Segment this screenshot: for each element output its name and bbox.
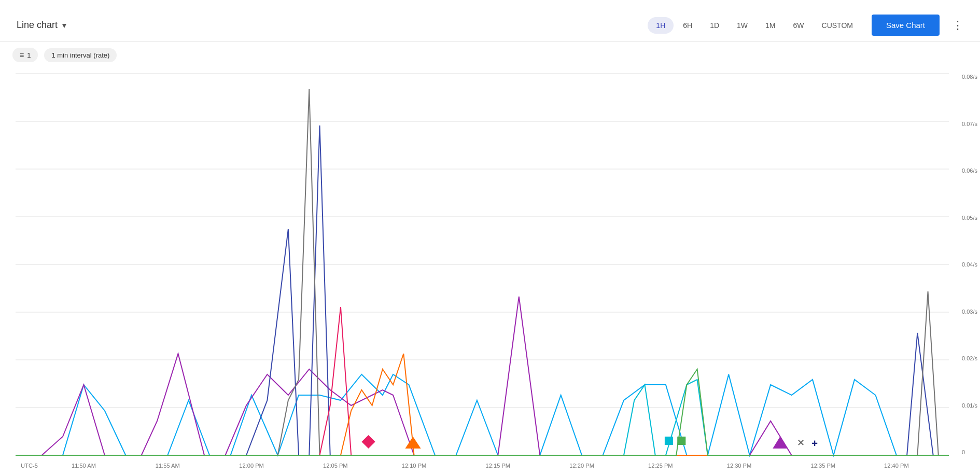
chevron-down-icon: ▼ [61,21,68,30]
time-range-1w[interactable]: 1W [729,17,756,34]
time-range-custom[interactable]: CUSTOM [814,17,861,34]
marker-diamond-pink [361,435,375,449]
x-label-1220: 12:20 PM [569,463,594,469]
y-label-5: 0.03/s [962,309,977,315]
chart-svg: ✕ + UTC-5 11:50 AM 11:55 AM 12:00 PM 12:… [16,74,949,455]
x-label-1235: 12:35 PM [811,463,836,469]
y-label-1: 0.07/s [962,121,977,127]
chart-container: 0.08/s 0.07/s 0.06/s 0.05/s 0.04/s 0.03/… [0,68,980,476]
y-label-8: 0 [962,449,977,455]
line-pink [16,307,949,455]
line-orange [16,354,949,455]
line-teal [16,380,949,455]
y-axis-labels: 0.08/s 0.07/s 0.06/s 0.05/s 0.04/s 0.03/… [962,74,977,455]
line-dark-blue [16,125,949,455]
x-label-1200: 12:00 PM [239,463,264,469]
grid-lines [16,74,949,455]
x-label-1215: 12:15 PM [486,463,511,469]
marker-square-green [677,437,685,445]
x-label-1240: 12:40 PM [884,463,909,469]
header: Line chart ▼ 1H 6H 1D 1W 1M 6W CUSTOM Sa… [0,0,980,41]
filter-count: 1 [27,51,31,59]
marker-triangle-orange [405,437,421,449]
marker-square-teal [665,437,673,445]
time-range-6h[interactable]: 6H [675,17,701,34]
y-label-4: 0.04/s [962,261,977,268]
line-light-blue [16,374,949,455]
time-range-6w[interactable]: 6W [785,17,813,34]
chart-area: 0.08/s 0.07/s 0.06/s 0.05/s 0.04/s 0.03/… [16,74,949,455]
time-range-1d[interactable]: 1D [702,17,727,34]
chart-type-button[interactable]: Line chart ▼ [12,18,72,33]
x-label-1230: 12:30 PM [727,463,752,469]
filter-icon: ≡ [20,51,24,59]
line-gray [16,89,949,455]
y-label-0: 0.08/s [962,74,977,80]
chart-type-label: Line chart [17,20,58,31]
line-purple [16,297,949,455]
x-label-1155: 11:55 AM [156,463,180,469]
marker-plus-blue: + [811,438,818,449]
interval-chip[interactable]: 1 min interval (rate) [44,48,117,62]
time-range-1m[interactable]: 1M [757,17,783,34]
save-chart-button[interactable]: Save Chart [872,15,940,36]
y-label-6: 0.02/s [962,355,977,361]
y-label-2: 0.06/s [962,167,977,174]
time-range-1h[interactable]: 1H [648,17,674,34]
more-options-button[interactable]: ⋮ [948,17,968,34]
x-label-1210: 12:10 PM [402,463,427,469]
marker-x-gray: ✕ [797,438,805,448]
x-label-utc: UTC-5 [21,463,38,469]
time-range-group: 1H 6H 1D 1W 1M 6W CUSTOM [648,17,861,34]
y-label-7: 0.01/s [962,402,977,409]
y-label-3: 0.05/s [962,215,977,221]
x-label-1225: 12:25 PM [648,463,673,469]
marker-triangle-purple [773,437,787,449]
x-label-1205: 12:05 PM [323,463,348,469]
filter-chip[interactable]: ≡ 1 [12,48,38,62]
x-label-1150: 11:50 AM [72,463,96,469]
controls-row: ≡ 1 1 min interval (rate) [0,41,980,68]
